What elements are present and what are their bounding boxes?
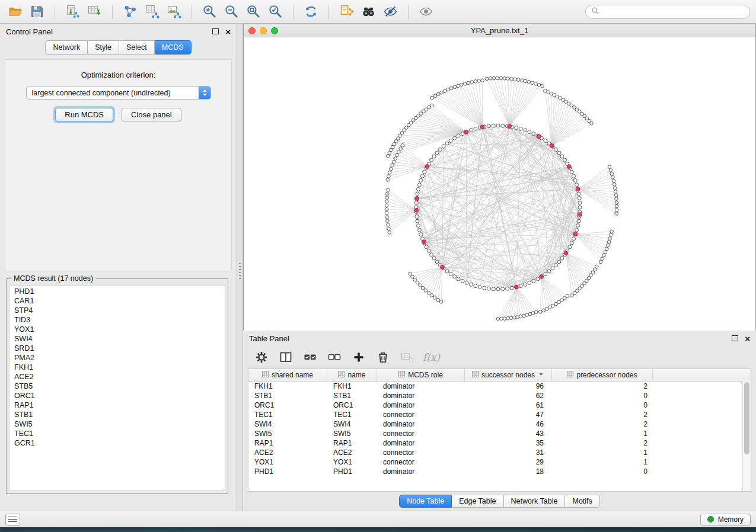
table-row[interactable]: SWI4SWI4dominator462 — [248, 419, 751, 429]
mcds-result-item[interactable]: ACE2 — [9, 372, 225, 382]
close-table-panel-icon[interactable]: × — [745, 334, 750, 343]
mcds-result-item[interactable]: PHD1 — [9, 287, 225, 296]
export-image-icon[interactable] — [165, 4, 183, 20]
delete-row-icon[interactable] — [374, 349, 391, 366]
table-tab-node-table[interactable]: Node Table — [399, 495, 452, 508]
mcds-result-item[interactable]: CAR1 — [9, 296, 225, 306]
mcds-result-item[interactable]: TEC1 — [9, 429, 225, 438]
clone-network-icon[interactable] — [337, 4, 356, 20]
float-control-panel-icon[interactable] — [212, 28, 219, 34]
cell-shared-name: YOX1 — [248, 457, 327, 467]
menu-lines-icon — [8, 517, 17, 518]
toolbar-separator — [55, 5, 55, 19]
settings-gear-icon[interactable] — [253, 349, 270, 366]
optimization-criterion-select[interactable]: largest connected component (undirected) — [26, 86, 211, 100]
zoom-fit-icon[interactable] — [244, 4, 263, 20]
network-canvas[interactable] — [244, 37, 755, 331]
table-row[interactable]: PHD1PHD1dominator180 — [248, 467, 751, 476]
network-window-titlebar[interactable]: YPA_prune.txt_1 — [244, 24, 755, 37]
table-row[interactable]: YOX1YOX1connector291 — [248, 457, 751, 467]
close-control-panel-icon[interactable]: × — [225, 27, 231, 36]
open-folder-icon[interactable] — [6, 4, 24, 20]
column-header-predecessor-nodes[interactable]: predecessor nodes — [552, 369, 653, 381]
mcds-result-item[interactable]: FKH1 — [9, 363, 225, 372]
toolbar-icons — [6, 4, 585, 20]
cell-name: TEC1 — [327, 410, 377, 419]
column-header-shared-name[interactable]: shared name — [248, 369, 327, 381]
control-panel: Control Panel × NetworkStyleSelectMCDS O… — [0, 24, 237, 511]
close-panel-button[interactable]: Close panel — [122, 108, 181, 121]
cell-shared-name: TEC1 — [248, 410, 327, 419]
cell-MCDS-role: dominator — [377, 467, 465, 476]
export-table-icon[interactable] — [143, 4, 161, 20]
close-window-button[interactable] — [248, 27, 256, 34]
search-input[interactable] — [602, 7, 744, 17]
cell-MCDS-role: connector — [377, 457, 465, 467]
table-row[interactable]: TEC1TEC1connector472 — [248, 410, 751, 419]
splitter-grip-icon[interactable] — [239, 263, 241, 280]
maximize-window-button[interactable] — [271, 27, 278, 34]
toolbar-separator — [293, 5, 294, 19]
table-row[interactable]: ORC1ORC1dominator610 — [248, 400, 751, 410]
main-area: Control Panel × NetworkStyleSelectMCDS O… — [0, 24, 756, 511]
zoom-out-icon[interactable] — [222, 4, 241, 20]
table-tab-edge-table[interactable]: Edge Table — [452, 495, 503, 508]
table-tab-network-table[interactable]: Network Table — [504, 495, 566, 508]
mcds-result-item[interactable]: ORC1 — [9, 391, 225, 400]
mcds-result-item[interactable]: YOX1 — [9, 325, 225, 334]
column-header-name[interactable]: name — [327, 369, 377, 381]
table-scrollbar[interactable] — [742, 381, 751, 491]
tab-style[interactable]: Style — [88, 40, 119, 55]
cell-filler — [653, 400, 751, 410]
save-icon[interactable] — [28, 4, 46, 20]
refresh-icon[interactable] — [302, 4, 320, 20]
mcds-result-item[interactable]: SWI4 — [9, 334, 225, 344]
mcds-result-item[interactable]: RAP1 — [9, 400, 225, 410]
deselect-all-icon[interactable] — [326, 349, 343, 366]
import-network-icon[interactable] — [63, 4, 82, 20]
table-row[interactable]: ACE2ACE2connector311 — [248, 448, 751, 457]
cell-predecessor-nodes: 0 — [552, 400, 653, 410]
panel-splitter[interactable] — [237, 24, 243, 511]
float-table-panel-icon[interactable] — [732, 335, 738, 341]
table-row[interactable]: STB1STB1dominator620 — [248, 391, 751, 400]
scrollbar-thumb[interactable] — [744, 382, 749, 454]
mcds-result-item[interactable]: GCR1 — [9, 438, 225, 448]
status-menu-button[interactable] — [5, 514, 20, 525]
mcds-result-item[interactable]: TID3 — [9, 315, 225, 325]
mcds-result-item[interactable]: SRD1 — [9, 344, 225, 353]
select-all-icon[interactable] — [301, 349, 318, 366]
column-header-MCDS-role[interactable]: MCDS role — [377, 369, 465, 381]
show-details-icon[interactable] — [417, 4, 435, 20]
binoculars-icon[interactable] — [359, 4, 378, 20]
add-row-icon[interactable] — [350, 349, 367, 366]
minimize-window-button[interactable] — [260, 27, 267, 34]
column-label: name — [347, 371, 365, 379]
mcds-result-item[interactable]: SWI5 — [9, 419, 225, 429]
export-network-icon[interactable] — [121, 4, 139, 20]
table-row[interactable]: RAP1RAP1dominator352 — [248, 438, 751, 448]
tab-select[interactable]: Select — [119, 40, 155, 55]
import-table-icon[interactable] — [85, 4, 104, 20]
mcds-result-item[interactable]: STP4 — [9, 306, 225, 315]
mcds-result-item[interactable]: STB1 — [9, 410, 225, 419]
tab-network[interactable]: Network — [45, 40, 88, 55]
mcds-result-item[interactable]: STB5 — [9, 382, 225, 391]
show-columns-icon[interactable] — [277, 349, 294, 366]
zoom-in-icon[interactable] — [200, 4, 219, 20]
tab-mcds[interactable]: MCDS — [155, 40, 192, 55]
hide-details-icon[interactable] — [381, 4, 400, 20]
mcds-result-item[interactable]: PMA2 — [9, 353, 225, 363]
sort-chevron-icon — [538, 371, 544, 379]
table-tab-motifs[interactable]: Motifs — [565, 495, 599, 508]
status-bar: Memory — [0, 511, 756, 527]
import-disabled-icon[interactable] — [398, 349, 416, 366]
column-header-successor-nodes[interactable]: successor nodes — [465, 369, 552, 381]
table-row[interactable]: SWI5SWI5connector431 — [248, 429, 751, 438]
table-row[interactable]: FKH1FKH1dominator962 — [248, 382, 751, 391]
zoom-selected-icon[interactable] — [266, 4, 285, 20]
run-mcds-button[interactable]: Run MCDS — [55, 108, 113, 121]
memory-button[interactable]: Memory — [700, 514, 751, 525]
search-box[interactable] — [585, 5, 750, 19]
function-builder-icon[interactable]: f(x) — [423, 349, 440, 366]
